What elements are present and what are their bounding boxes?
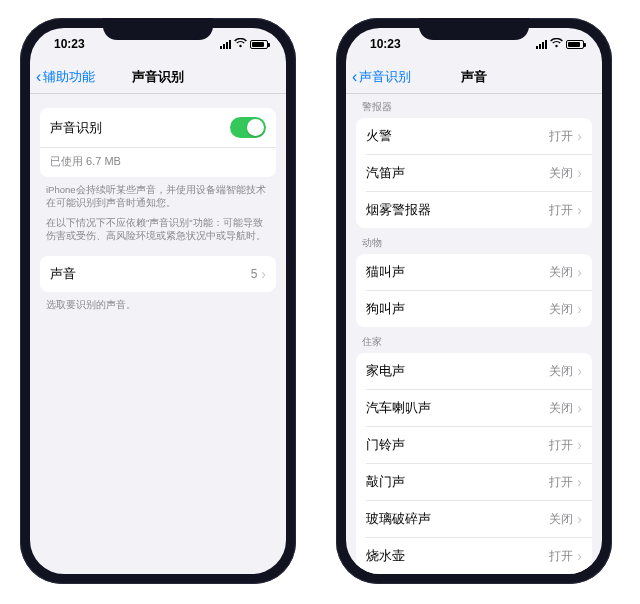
- content-left: 声音识别 已使用 6.7 MB iPhone会持续听某些声音，并使用设备端智能技…: [30, 94, 286, 574]
- phone-left: 10:23 ‹ 辅助功能 声音识别 声音识别: [20, 18, 296, 584]
- sounds-label: 声音: [50, 265, 251, 283]
- sound-state: 打开: [549, 202, 573, 219]
- back-label: 声音识别: [359, 68, 411, 86]
- sound-label: 汽车喇叭声: [366, 399, 549, 417]
- screen-left: 10:23 ‹ 辅助功能 声音识别 声音识别: [30, 28, 286, 574]
- storage-usage: 已使用 6.7 MB: [40, 147, 276, 177]
- sound-label: 敲门声: [366, 473, 549, 491]
- wifi-icon: [234, 38, 247, 50]
- phone-right: 10:23 ‹ 声音识别 声音 警报器火警打开›汽笛声关闭›烟雾警报器打开›动物…: [336, 18, 612, 584]
- cell-group: 猫叫声关闭›狗叫声关闭›: [356, 254, 592, 327]
- sounds-row[interactable]: 声音 5 ›: [40, 256, 276, 292]
- sound-state: 关闭: [549, 165, 573, 182]
- chevron-right-icon: ›: [577, 474, 582, 490]
- chevron-right-icon: ›: [577, 128, 582, 144]
- back-button[interactable]: ‹ 辅助功能: [36, 68, 95, 86]
- chevron-right-icon: ›: [577, 363, 582, 379]
- status-right: [220, 38, 268, 50]
- sound-row[interactable]: 门铃声打开›: [366, 426, 592, 463]
- cell-group: 家电声关闭›汽车喇叭声关闭›门铃声打开›敲门声打开›玻璃破碎声关闭›烧水壶打开›…: [356, 353, 592, 574]
- sound-state: 打开: [549, 474, 573, 491]
- sound-label: 猫叫声: [366, 263, 549, 281]
- sound-label: 火警: [366, 127, 549, 145]
- nav-bar: ‹ 辅助功能 声音识别: [30, 60, 286, 94]
- sounds-footer: 选取要识别的声音。: [30, 292, 286, 311]
- chevron-right-icon: ›: [577, 400, 582, 416]
- sound-row[interactable]: 狗叫声关闭›: [366, 290, 592, 327]
- sound-row[interactable]: 玻璃破碎声关闭›: [366, 500, 592, 537]
- section: 动物猫叫声关闭›狗叫声关闭›: [356, 236, 592, 327]
- screen-right: 10:23 ‹ 声音识别 声音 警报器火警打开›汽笛声关闭›烟雾警报器打开›动物…: [346, 28, 602, 574]
- sound-state: 打开: [549, 548, 573, 565]
- nav-bar: ‹ 声音识别 声音: [346, 60, 602, 94]
- status-right: [536, 38, 584, 50]
- chevron-right-icon: ›: [577, 548, 582, 564]
- sound-row[interactable]: 汽车喇叭声关闭›: [366, 389, 592, 426]
- section: 住家家电声关闭›汽车喇叭声关闭›门铃声打开›敲门声打开›玻璃破碎声关闭›烧水壶打…: [356, 335, 592, 574]
- sound-row[interactable]: 敲门声打开›: [366, 463, 592, 500]
- chevron-right-icon: ›: [577, 511, 582, 527]
- signal-icon: [536, 40, 547, 49]
- sound-label: 烟雾警报器: [366, 201, 549, 219]
- chevron-right-icon: ›: [577, 165, 582, 181]
- battery-icon: [566, 40, 584, 49]
- chevron-right-icon: ›: [577, 301, 582, 317]
- battery-icon: [250, 40, 268, 49]
- status-time: 10:23: [370, 37, 401, 51]
- notch: [103, 18, 213, 40]
- sound-state: 关闭: [549, 264, 573, 281]
- chevron-right-icon: ›: [577, 437, 582, 453]
- sound-state: 打开: [549, 128, 573, 145]
- description-1: iPhone会持续听某些声音，并使用设备端智能技术在可能识别到声音时通知您。: [30, 177, 286, 210]
- sound-state: 打开: [549, 437, 573, 454]
- section-header: 动物: [356, 236, 592, 254]
- notch: [419, 18, 529, 40]
- sound-state: 关闭: [549, 511, 573, 528]
- chevron-right-icon: ›: [261, 266, 266, 282]
- sound-recognition-toggle-row[interactable]: 声音识别: [40, 108, 276, 147]
- cell-group: 火警打开›汽笛声关闭›烟雾警报器打开›: [356, 118, 592, 228]
- sound-row[interactable]: 火警打开›: [356, 118, 592, 154]
- chevron-left-icon: ‹: [352, 69, 357, 85]
- wifi-icon: [550, 38, 563, 50]
- signal-icon: [220, 40, 231, 49]
- sound-label: 门铃声: [366, 436, 549, 454]
- content-right[interactable]: 警报器火警打开›汽笛声关闭›烟雾警报器打开›动物猫叫声关闭›狗叫声关闭›住家家电…: [346, 94, 602, 574]
- toggle-label: 声音识别: [50, 119, 230, 137]
- section: 警报器火警打开›汽笛声关闭›烟雾警报器打开›: [356, 100, 592, 228]
- toggle-switch[interactable]: [230, 117, 266, 138]
- sound-row[interactable]: 汽笛声关闭›: [366, 154, 592, 191]
- sound-label: 家电声: [366, 362, 549, 380]
- section-header: 住家: [356, 335, 592, 353]
- status-time: 10:23: [54, 37, 85, 51]
- sound-state: 关闭: [549, 301, 573, 318]
- description-2: 在以下情况下不应依赖"声音识别"功能：可能导致伤害或受伤、高风险环境或紧急状况中…: [30, 210, 286, 243]
- back-label: 辅助功能: [43, 68, 95, 86]
- chevron-right-icon: ›: [577, 202, 582, 218]
- chevron-right-icon: ›: [577, 264, 582, 280]
- sound-state: 关闭: [549, 400, 573, 417]
- chevron-left-icon: ‹: [36, 69, 41, 85]
- sound-label: 狗叫声: [366, 300, 549, 318]
- sound-row[interactable]: 家电声关闭›: [356, 353, 592, 389]
- sound-label: 烧水壶: [366, 547, 549, 565]
- sound-row[interactable]: 烟雾警报器打开›: [366, 191, 592, 228]
- sound-row[interactable]: 烧水壶打开›: [366, 537, 592, 574]
- sound-row[interactable]: 猫叫声关闭›: [356, 254, 592, 290]
- section-header: 警报器: [356, 100, 592, 118]
- sound-label: 玻璃破碎声: [366, 510, 549, 528]
- sounds-count: 5: [251, 267, 258, 281]
- sound-state: 关闭: [549, 363, 573, 380]
- sound-label: 汽笛声: [366, 164, 549, 182]
- back-button[interactable]: ‹ 声音识别: [352, 68, 411, 86]
